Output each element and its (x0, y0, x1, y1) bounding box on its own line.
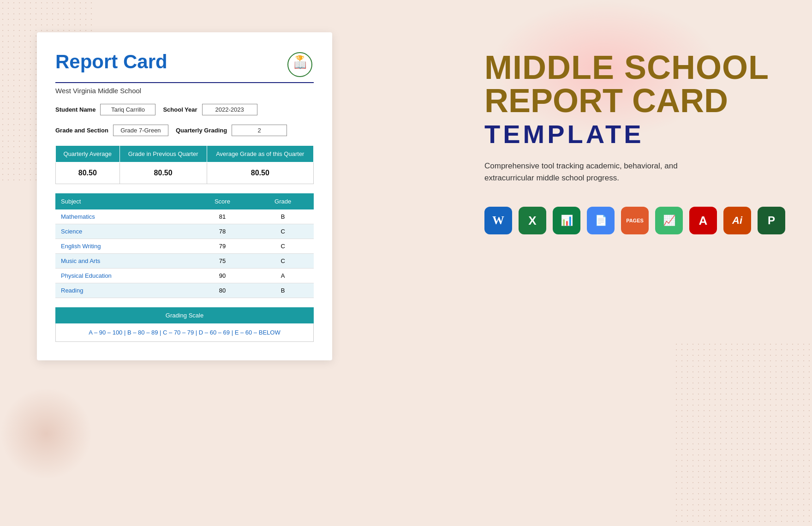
subject-name: Physical Education (55, 269, 192, 283)
school-logo-icon: 🏆 📖 (286, 51, 314, 78)
student-name-label: Student Name (55, 106, 96, 113)
grade-section-field: Grade and Section Grade 7-Green (55, 125, 168, 136)
subject-name: Music and Arts (55, 254, 192, 269)
acrobat-icon: A (689, 207, 717, 234)
summary-header-3: Average Grade as of this Quarter (207, 146, 313, 162)
pages-icon: PAGES (621, 207, 649, 234)
excel-icon: X (519, 207, 546, 234)
illustrator-icon: Ai (723, 207, 751, 234)
promo-title-line1: MIDDLE SCHOOL (484, 51, 770, 84)
subject-score: 80 (192, 283, 252, 298)
grade-section-label: Grade and Section (55, 127, 108, 134)
subject-grade: C (252, 224, 314, 239)
summary-value-1: 80.50 (56, 162, 120, 184)
subject-score: 81 (192, 209, 252, 224)
bg-dots-right (674, 341, 812, 526)
subject-table: Subject Score Grade Mathematics81BScienc… (55, 193, 314, 298)
table-row: Mathematics81B (55, 209, 314, 224)
google-docs-icon: 📄 (587, 207, 615, 234)
student-name-value: Tariq Carrillo (100, 104, 155, 115)
bg-blob-bottom-left (0, 388, 92, 480)
word-icon: W (484, 207, 512, 234)
quarterly-grading-value: 2 (232, 125, 287, 136)
subject-score: 78 (192, 224, 252, 239)
student-name-field: Student Name Tariq Carrillo (55, 104, 155, 115)
subject-score: 75 (192, 254, 252, 269)
report-header: Report Card 🏆 📖 (55, 51, 314, 78)
summary-value-3: 80.50 (207, 162, 313, 184)
report-card-title: Report Card (55, 51, 167, 73)
score-col-header: Score (192, 193, 252, 209)
school-year-field: School Year 2022-2023 (163, 104, 257, 115)
promo-title-line3: TEMPLATE (484, 119, 770, 149)
summary-value-2: 80.50 (119, 162, 207, 184)
grading-scale-content: A – 90 – 100 | B – 80 – 89 | C – 70 – 79… (55, 323, 314, 342)
subject-score: 79 (192, 239, 252, 254)
subject-grade: B (252, 283, 314, 298)
svg-text:📖: 📖 (294, 59, 307, 71)
numbers-icon: 📈 (655, 207, 683, 234)
table-row: English Writing79C (55, 239, 314, 254)
subject-name: English Writing (55, 239, 192, 254)
school-year-label: School Year (163, 106, 197, 113)
subject-grade: A (252, 269, 314, 283)
quarterly-grading-label: Quarterly Grading (176, 127, 227, 134)
summary-header-2: Grade in Previous Quarter (119, 146, 207, 162)
subject-name: Mathematics (55, 209, 192, 224)
subject-name: Science (55, 224, 192, 239)
school-name: West Virginia Middle School (55, 87, 314, 95)
header-divider (55, 82, 314, 83)
promo-title-line2: REPORT CARD (484, 84, 770, 117)
grade-col-header: Grade (252, 193, 314, 209)
table-row: Physical Education90A (55, 269, 314, 283)
summary-table: Quarterly Average Grade in Previous Quar… (55, 145, 314, 184)
app-icons-row: W X 📊 📄 PAGES 📈 A Ai P (484, 207, 770, 234)
subject-grade: C (252, 254, 314, 269)
promo-panel: MIDDLE SCHOOL REPORT CARD TEMPLATE Compr… (471, 32, 784, 253)
student-info-row1: Student Name Tariq Carrillo School Year … (55, 104, 314, 115)
google-sheets-icon: 📊 (553, 207, 580, 234)
student-info-row2: Grade and Section Grade 7-Green Quarterl… (55, 125, 314, 136)
promo-description: Comprehensive tool tracking academic, be… (484, 160, 715, 184)
grading-scale-header: Grading Scale (55, 307, 314, 323)
subject-grade: C (252, 239, 314, 254)
subject-grade: B (252, 209, 314, 224)
summary-header-1: Quarterly Average (56, 146, 120, 162)
quarterly-grading-field: Quarterly Grading 2 (176, 125, 287, 136)
grading-scale-section: Grading Scale A – 90 – 100 | B – 80 – 89… (55, 307, 314, 342)
report-card-panel: Report Card 🏆 📖 West Virginia Middle Sch… (37, 32, 332, 360)
table-row: Science78C (55, 224, 314, 239)
subject-col-header: Subject (55, 193, 192, 209)
school-year-value: 2022-2023 (202, 104, 257, 115)
table-row: Music and Arts75C (55, 254, 314, 269)
grade-section-value: Grade 7-Green (113, 125, 168, 136)
table-row: Reading80B (55, 283, 314, 298)
subject-score: 90 (192, 269, 252, 283)
publisher-icon: P (758, 207, 785, 234)
subject-name: Reading (55, 283, 192, 298)
